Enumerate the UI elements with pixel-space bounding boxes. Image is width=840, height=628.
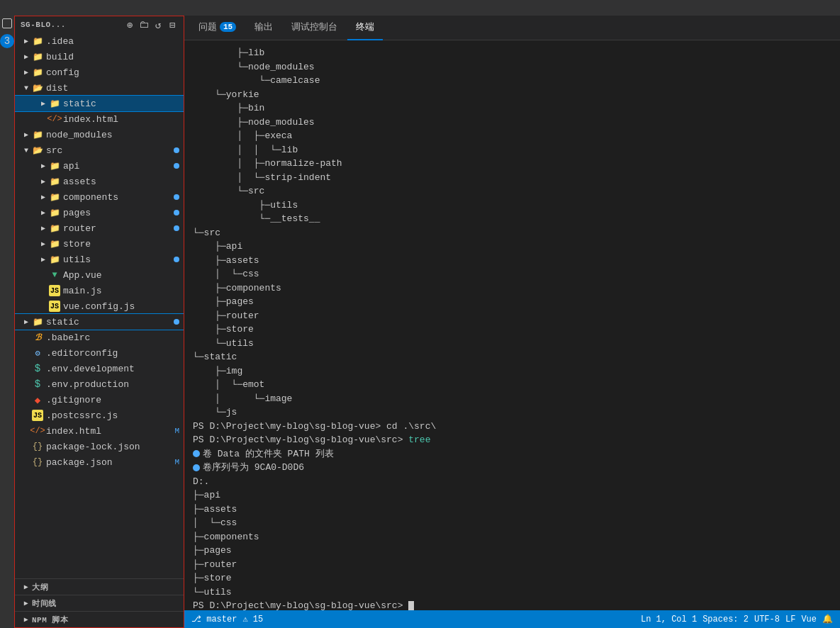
sidebar: SG-BLO... ⊕ 🗀 ↺ ⊟ ▶ 📁 .idea ▶ 📁 build	[14, 16, 184, 628]
term-cursor-line: PS D:\Project\my-blog\sg-blog-vue\src>	[193, 599, 831, 610]
tab-output-label: 输出	[254, 21, 273, 33]
tab-debug-console[interactable]: 调试控制台	[283, 16, 346, 40]
tree-item-static[interactable]: ▶ 📁 static	[15, 314, 184, 330]
html-icon: </>	[49, 113, 60, 125]
warnings-count[interactable]: ⚠ 15	[242, 614, 263, 624]
tree-item-app-vue[interactable]: ▶ ▼ App.vue	[15, 267, 184, 283]
term-line: ├─bin	[193, 101, 831, 116]
term-line: ├─components	[193, 530, 831, 544]
new-file-button[interactable]: ⊕	[124, 19, 135, 30]
npm-header[interactable]: ▶ NPM 脚本	[15, 612, 184, 627]
tree-item-assets[interactable]: ▶ 📁 assets	[15, 174, 184, 189]
tree-item-dist[interactable]: ▼ 📂 dist	[15, 80, 184, 96]
item-label: static	[63, 99, 184, 109]
notification-bell[interactable]: 🔔	[822, 614, 833, 624]
tab-terminal-label: 终端	[356, 21, 374, 33]
env-icon: $	[32, 363, 43, 374]
tree-item-main-js[interactable]: ▶ JS main.js	[15, 283, 184, 298]
item-label: router	[63, 223, 174, 234]
chevron-right-icon: ▶	[38, 176, 49, 187]
tree-item-index-html-dist[interactable]: ▶ </> index.html	[15, 111, 184, 127]
tree-item-env-dev[interactable]: ▶ $ .env.development	[15, 361, 184, 376]
explorer-icon[interactable]	[2, 18, 12, 28]
panel-tabs: 问题 15 输出 调试控制台 终端	[184, 16, 840, 40]
tree-item-editorconfig[interactable]: ▶ ⚙ .editorconfig	[15, 345, 184, 361]
html-icon: </>	[32, 425, 43, 437]
tab-output[interactable]: 输出	[246, 16, 281, 40]
tree-item-store[interactable]: ▶ 📁 store	[15, 236, 184, 252]
info-dot2	[193, 464, 200, 471]
term-line: └─static	[193, 350, 831, 364]
term-line: │ ├─execa	[193, 129, 831, 143]
branch-info[interactable]: ⎇ master	[191, 614, 237, 624]
tree-item-src[interactable]: ▼ 📂 src	[15, 142, 184, 158]
chevron-down-icon: ▼	[21, 82, 32, 94]
tree-item-index-html[interactable]: ▶ </> index.html M	[15, 423, 184, 439]
term-prompt-line: PS D:\Project\my-blog\sg-blog-vue> cd .\…	[193, 420, 831, 434]
tree-item-postcssrc[interactable]: ▶ JS .postcssrc.js	[15, 408, 184, 423]
item-label: dist	[46, 83, 184, 94]
chevron-down-icon: ▼	[21, 145, 32, 156]
tab-terminal[interactable]: 终端	[347, 16, 383, 40]
outline-header[interactable]: ▶ 大纲	[15, 579, 184, 595]
tree-item-config[interactable]: ▶ 📁 config	[15, 65, 184, 80]
modified-badge	[174, 147, 179, 153]
tree-item-api[interactable]: ▶ 📁 api	[15, 158, 184, 174]
term-line: ├─router	[193, 558, 831, 572]
term-line: ├─assets	[193, 254, 831, 268]
folder-icon: 📁	[32, 67, 43, 78]
language-mode[interactable]: Vue	[801, 615, 817, 624]
tree-item-env-prod[interactable]: ▶ $ .env.production	[15, 376, 184, 392]
item-label: .env.development	[46, 364, 184, 374]
term-line: ├─api	[193, 240, 831, 254]
chevron-right-icon: ▶	[38, 238, 49, 249]
folder-icon: 📁	[32, 51, 43, 62]
tree-item-gitignore[interactable]: ▶ ◆ .gitignore	[15, 392, 184, 408]
tree-item-utils[interactable]: ▶ 📁 utils	[15, 252, 184, 267]
top-bar	[0, 0, 840, 16]
tree-item-pages[interactable]: ▶ 📁 pages	[15, 205, 184, 220]
timeline-header[interactable]: ▶ 时间线	[15, 595, 184, 611]
tree-item-components[interactable]: ▶ 📁 components	[15, 189, 184, 205]
term-line: ├─api	[193, 488, 831, 503]
tree-item-vue-config[interactable]: ▶ JS vue.config.js	[15, 298, 184, 314]
tree-item-babelrc[interactable]: ▶ ℬ .babelrc	[15, 330, 184, 345]
modified-badge	[174, 257, 179, 262]
term-line: ├─node_modules	[193, 116, 831, 130]
modified-badge	[174, 225, 179, 231]
line-ending: LF	[785, 615, 795, 624]
tree-item-package-json[interactable]: ▶ {} package.json M	[15, 454, 184, 470]
term-line: ├─store	[193, 571, 831, 585]
tree-item-build[interactable]: ▶ 📁 build	[15, 49, 184, 65]
tab-problems[interactable]: 问题 15	[190, 16, 245, 40]
sidebar-title: SG-BLO...	[21, 21, 66, 29]
env-icon: $	[32, 379, 43, 390]
chevron-right-icon: ▶	[38, 160, 49, 172]
term-line: │ └─css	[193, 516, 831, 530]
folder-open-icon: 📂	[32, 145, 43, 156]
item-label: components	[63, 192, 174, 203]
refresh-button[interactable]: ↺	[152, 19, 164, 30]
terminal-content[interactable]: ├─lib └─node_modules └─camelcase └─yorki…	[184, 40, 840, 610]
collapse-button[interactable]: ⊟	[167, 19, 178, 30]
item-label: .editorconfig	[46, 348, 184, 359]
item-label: src	[46, 145, 174, 156]
tree-item-router[interactable]: ▶ 📁 router	[15, 220, 184, 236]
new-folder-button[interactable]: 🗀	[138, 19, 150, 30]
chevron-right-icon: ▶	[21, 35, 32, 47]
tree-item-package-lock[interactable]: ▶ {} package-lock.json	[15, 439, 184, 454]
tree-item-node-modules[interactable]: ▶ 📁 node_modules	[15, 127, 184, 142]
folder-icon: 📁	[32, 316, 43, 327]
timeline-section: ▶ 时间线	[15, 595, 184, 611]
item-label: store	[63, 239, 184, 249]
chevron-right-icon: ▶	[38, 191, 49, 203]
term-line: ├─router	[193, 309, 831, 323]
tree-item-idea[interactable]: ▶ 📁 .idea	[15, 33, 184, 49]
item-label: assets	[63, 176, 184, 187]
term-prompt-cmd-line: PS D:\Project\my-blog\sg-blog-vue\src> t…	[193, 433, 831, 447]
item-label: pages	[63, 208, 174, 218]
tree-item-static-dist[interactable]: ▶ 📁 static	[15, 96, 184, 111]
term-line: │ └─css	[193, 267, 831, 281]
term-line: └─src	[193, 226, 831, 240]
modified-letter: M	[174, 427, 179, 435]
